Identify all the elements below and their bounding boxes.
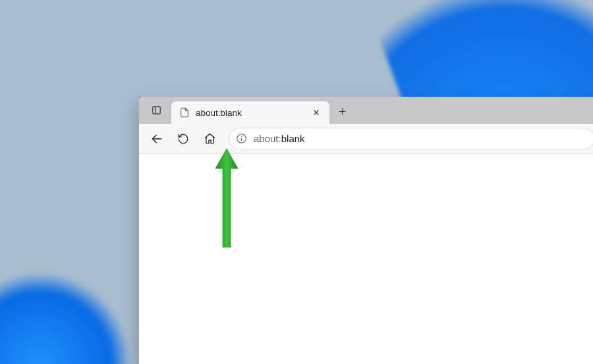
page-icon bbox=[179, 107, 190, 118]
tab-actions-button[interactable] bbox=[146, 99, 167, 121]
toolbar: about:blank bbox=[139, 124, 593, 154]
tab-close-button[interactable] bbox=[308, 105, 324, 120]
desktop-bg-shape bbox=[0, 242, 162, 364]
tab-title: about:blank bbox=[196, 108, 302, 118]
new-tab-button[interactable] bbox=[331, 101, 353, 122]
plus-icon bbox=[337, 107, 347, 117]
tab-actions-icon bbox=[151, 105, 162, 116]
home-icon bbox=[204, 132, 216, 145]
refresh-button[interactable] bbox=[171, 128, 196, 150]
svg-rect-0 bbox=[153, 107, 160, 114]
close-icon bbox=[312, 109, 320, 117]
back-button[interactable] bbox=[144, 128, 169, 150]
address-bar-url: about:blank bbox=[254, 133, 305, 144]
address-bar[interactable]: about:blank bbox=[229, 128, 593, 149]
browser-tab[interactable]: about:blank bbox=[171, 101, 329, 124]
svg-point-9 bbox=[241, 136, 242, 137]
url-highlight: blank bbox=[281, 133, 305, 144]
browser-window: about:blank bbox=[139, 97, 593, 364]
home-button[interactable] bbox=[197, 128, 222, 150]
tab-strip: about:blank bbox=[139, 97, 593, 124]
url-prefix: about: bbox=[254, 133, 281, 144]
page-content bbox=[139, 154, 593, 364]
site-info-icon[interactable] bbox=[236, 133, 247, 144]
arrow-left-icon bbox=[150, 132, 163, 145]
refresh-icon bbox=[177, 133, 189, 145]
